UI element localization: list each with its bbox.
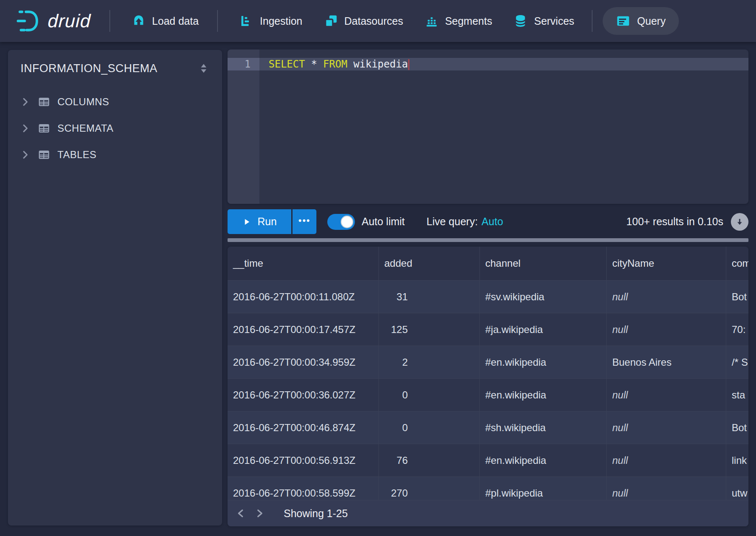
line-number: 1: [228, 58, 259, 70]
table-cell[interactable]: /* S: [726, 346, 748, 378]
table-cell[interactable]: #en.wikipedia: [480, 379, 607, 411]
table-cell[interactable]: 2: [379, 346, 480, 378]
table-icon: [38, 122, 50, 134]
column-header[interactable]: added: [379, 247, 480, 280]
double-caret-icon[interactable]: [197, 62, 210, 75]
text-cursor: [408, 59, 409, 70]
nav-item-datasources[interactable]: Datasources: [324, 14, 403, 28]
column-header[interactable]: cityName: [607, 247, 726, 280]
nav-item-ingestion[interactable]: Ingestion: [240, 14, 302, 28]
table-cell[interactable]: null: [607, 313, 726, 346]
schema-sidebar: INFORMATION_SCHEMA COLUMNS: [8, 50, 222, 526]
results-table-body: 2016-06-27T00:00:11.080Z31#sv.wikipedian…: [228, 281, 748, 500]
table-row: 2016-06-27T00:00:11.080Z31#sv.wikipedian…: [228, 281, 748, 313]
table-cell[interactable]: 125: [379, 313, 480, 346]
table-row: 2016-06-27T00:00:58.599Z270#pl.wikipedia…: [228, 477, 748, 500]
chevron-right-icon[interactable]: [20, 123, 31, 134]
table-cell[interactable]: Bot: [726, 411, 748, 444]
schema-tree: COLUMNS SCHEMATA TABLES: [18, 92, 212, 165]
sidebar-item-columns[interactable]: COLUMNS: [18, 92, 212, 112]
sidebar-item-tables[interactable]: TABLES: [18, 145, 212, 165]
table-cell[interactable]: 0: [379, 379, 480, 411]
ingestion-icon: [240, 14, 253, 28]
table-cell[interactable]: 2016-06-27T00:00:17.457Z: [228, 313, 379, 346]
table-cell[interactable]: 2016-06-27T00:00:58.599Z: [228, 477, 379, 500]
table-cell[interactable]: null: [607, 411, 726, 444]
nav-item-services[interactable]: Services: [514, 14, 574, 28]
chevron-right-icon[interactable]: [20, 149, 31, 160]
table-cell[interactable]: 76: [379, 444, 480, 476]
nav-item-segments[interactable]: Segments: [425, 14, 492, 28]
table-icon: [38, 96, 50, 108]
table-cell[interactable]: sta: [726, 379, 748, 411]
auto-limit-toggle[interactable]: [327, 214, 355, 230]
nav-item-label: Segments: [445, 15, 492, 27]
table-cell[interactable]: 270: [379, 477, 480, 500]
table-row: 2016-06-27T00:00:17.457Z125#ja.wikipedia…: [228, 313, 748, 346]
sidebar-item-label: TABLES: [57, 149, 96, 161]
table-cell[interactable]: 0: [379, 411, 480, 444]
druid-logo-icon: [17, 9, 41, 33]
sql-input[interactable]: SELECT * FROM wikipedia: [259, 49, 748, 204]
table-cell[interactable]: #pl.wikipedia: [480, 477, 607, 500]
table-cell[interactable]: null: [607, 444, 726, 476]
table-cell[interactable]: Buenos Aires: [607, 346, 726, 378]
table-cell[interactable]: 2016-06-27T00:00:34.959Z: [228, 346, 379, 378]
table-cell[interactable]: 2016-06-27T00:00:36.027Z: [228, 379, 379, 411]
live-query-label: Live query:: [427, 216, 478, 228]
nav-item-label: Ingestion: [260, 15, 302, 27]
live-query-value[interactable]: Auto: [482, 216, 503, 228]
nav-item-label: Load data: [152, 15, 199, 27]
auto-limit-label: Auto limit: [362, 216, 405, 228]
toggle-knob: [341, 216, 353, 228]
nav-item-query[interactable]: Query: [603, 7, 679, 35]
run-button[interactable]: Run: [228, 209, 291, 234]
upload-icon: [132, 14, 145, 28]
column-header[interactable]: comment: [726, 247, 748, 280]
nav-item-label: Datasources: [344, 15, 403, 27]
download-button[interactable]: [731, 213, 748, 231]
chevron-right-icon[interactable]: [20, 96, 31, 107]
table-cell[interactable]: 31: [379, 281, 480, 313]
services-icon: [514, 14, 527, 28]
sql-star: *: [305, 58, 323, 70]
run-more-button[interactable]: •••: [293, 209, 316, 234]
table-cell[interactable]: #sv.wikipedia: [480, 281, 607, 313]
sql-text: SELECT * FROM wikipedia: [259, 58, 748, 70]
column-header[interactable]: channel: [480, 247, 607, 280]
table-cell[interactable]: #en.wikipedia: [480, 346, 607, 378]
nav-item-label: Query: [637, 15, 665, 27]
sql-table-name: wikipedia: [347, 58, 408, 70]
column-header[interactable]: __time: [228, 247, 379, 280]
table-cell[interactable]: 2016-06-27T00:00:56.913Z: [228, 444, 379, 476]
table-cell[interactable]: #en.wikipedia: [480, 444, 607, 476]
schema-title: INFORMATION_SCHEMA: [21, 62, 158, 75]
table-cell[interactable]: #sh.wikipedia: [480, 411, 607, 444]
nav-item-load-data[interactable]: Load data: [132, 14, 199, 28]
prev-page-button[interactable]: [232, 504, 250, 523]
sidebar-item-schemata[interactable]: SCHEMATA: [18, 118, 212, 138]
table-cell[interactable]: Bot: [726, 281, 748, 313]
table-row: 2016-06-27T00:00:36.027Z0#en.wikipedianu…: [228, 379, 748, 411]
next-page-button[interactable]: [250, 504, 269, 523]
resize-splitter[interactable]: [228, 238, 748, 242]
datasources-icon: [324, 14, 338, 28]
logo[interactable]: druid: [17, 9, 91, 33]
download-icon: [734, 216, 745, 227]
table-cell[interactable]: 2016-06-27T00:00:46.874Z: [228, 411, 379, 444]
table-cell[interactable]: utw: [726, 477, 748, 500]
sidebar-item-label: SCHEMATA: [57, 122, 114, 134]
sidebar-item-label: COLUMNS: [57, 96, 109, 108]
table-cell[interactable]: #ja.wikipedia: [480, 313, 607, 346]
query-icon: [616, 14, 630, 28]
table-cell[interactable]: null: [607, 477, 726, 500]
table-cell[interactable]: 2016-06-27T00:00:11.080Z: [228, 281, 379, 313]
table-cell[interactable]: 70:: [726, 313, 748, 346]
table-cell[interactable]: null: [607, 281, 726, 313]
table-cell[interactable]: null: [607, 379, 726, 411]
schema-selector: INFORMATION_SCHEMA: [18, 61, 212, 75]
nav-divider: [217, 10, 218, 32]
results-pagination: Showing 1-25: [228, 500, 748, 526]
table-row: 2016-06-27T00:00:34.959Z2#en.wikipediaBu…: [228, 346, 748, 379]
table-cell[interactable]: link: [726, 444, 748, 476]
